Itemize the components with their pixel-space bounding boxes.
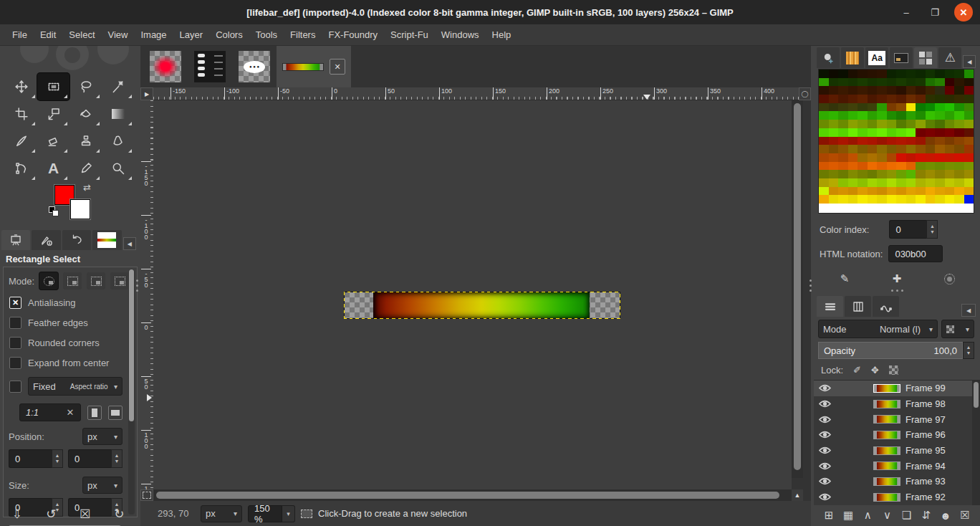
colormap-cell[interactable] (896, 162, 906, 171)
colormap-cell[interactable] (964, 120, 974, 128)
horizontal-scrollbar[interactable] (153, 489, 792, 501)
clear-icon[interactable]: ✕ (67, 407, 75, 418)
colormap-cell[interactable] (896, 95, 906, 103)
close-button[interactable]: ✕ (954, 3, 973, 21)
colormap-cell[interactable] (964, 111, 974, 120)
free-select-tool[interactable] (69, 73, 102, 100)
colormap-cell[interactable] (896, 170, 906, 178)
colormap-cell[interactable] (896, 187, 906, 196)
colormap-cell[interactable] (838, 103, 848, 112)
colormap-cell[interactable] (819, 153, 829, 162)
colormap-cell[interactable] (887, 170, 897, 178)
colormap-cell[interactable] (916, 170, 926, 178)
colormap-cell[interactable] (964, 95, 974, 103)
image-tab-sprite-sheet-image[interactable] (188, 46, 232, 87)
channels-tab[interactable] (845, 296, 871, 317)
colormap-cell[interactable] (916, 187, 926, 196)
colormap-cell[interactable] (954, 178, 964, 187)
vertical-scrollbar[interactable] (792, 100, 803, 478)
raise-layer-button[interactable]: ∧ (859, 507, 876, 524)
feather-edges-checkbox[interactable] (9, 317, 21, 329)
colormap-tab[interactable] (914, 47, 937, 68)
canvas[interactable] (153, 100, 792, 489)
colormap-cell[interactable] (887, 128, 897, 137)
colormap-cell[interactable] (868, 195, 878, 204)
colormap-cell[interactable] (926, 187, 936, 196)
colormap-cell[interactable] (877, 70, 887, 78)
colormap-cell[interactable] (829, 103, 839, 112)
paths-tool[interactable] (5, 155, 37, 182)
fixed-checkbox[interactable] (9, 381, 21, 393)
colormap-cell[interactable] (935, 103, 945, 112)
colormap-cell[interactable] (877, 153, 887, 162)
layer-row[interactable]: Frame 94 (814, 458, 980, 474)
colormap-cell[interactable] (935, 95, 945, 103)
colormap-cell[interactable] (935, 170, 945, 178)
colormap-cell[interactable] (838, 111, 848, 120)
colormap-cell[interactable] (829, 137, 839, 145)
colormap-cell[interactable] (868, 78, 878, 87)
colormap-cell[interactable] (964, 153, 974, 162)
colormap-cell[interactable] (935, 78, 945, 87)
collapse-right-dock-icon[interactable]: ◀ (963, 55, 976, 68)
colormap-cell[interactable] (906, 195, 916, 204)
colormap-cell[interactable] (868, 137, 878, 145)
colormap-cell[interactable] (916, 86, 926, 95)
menu-windows[interactable]: Windows (435, 27, 486, 43)
colormap-cell[interactable] (887, 111, 897, 120)
colormap-cell[interactable] (954, 170, 964, 178)
swap-colors-icon[interactable]: ⇄ (83, 182, 91, 193)
colormap-grid[interactable] (819, 70, 974, 204)
colormap-cell[interactable] (829, 120, 839, 128)
paintbrush-tool[interactable] (5, 128, 37, 155)
colormap-cell[interactable] (877, 195, 887, 204)
colormap-cell[interactable] (887, 187, 897, 196)
replace-mode-button[interactable] (39, 272, 58, 290)
visibility-eye-icon[interactable] (819, 446, 831, 454)
colormap-cell[interactable] (926, 95, 936, 103)
colormap-cell[interactable] (887, 78, 897, 87)
dock-resize-handle[interactable] (808, 279, 812, 292)
menu-select[interactable]: Select (62, 27, 101, 43)
position-y-field[interactable]: 0 ▲▼ (68, 449, 123, 468)
colormap-cell[interactable] (926, 111, 936, 120)
colormap-cell[interactable] (829, 111, 839, 120)
clone-tool[interactable] (69, 128, 102, 155)
navigation-button[interactable]: ▲ (792, 489, 803, 501)
intersect-mode-button[interactable] (110, 272, 129, 290)
colormap-cell[interactable] (954, 86, 964, 95)
size-unit-combo[interactable]: px ▾ (82, 477, 123, 494)
colormap-cell[interactable] (877, 187, 887, 196)
colormap-cell[interactable] (838, 145, 848, 153)
background-color-swatch[interactable] (70, 199, 90, 219)
colormap-cell[interactable] (858, 78, 868, 87)
menu-fx-foundry[interactable]: FX-Foundry (322, 27, 384, 43)
colormap-cell[interactable] (887, 120, 897, 128)
colormap-cell[interactable] (906, 95, 916, 103)
colormap-cell[interactable] (868, 111, 878, 120)
colormap-cell[interactable] (964, 70, 974, 78)
restore-tool-preset-button[interactable]: ↺ (42, 505, 60, 523)
colormap-cell[interactable] (858, 86, 868, 95)
horizontal-ruler[interactable]: -150-100-50050100150200250300350400 (153, 87, 799, 100)
colormap-cell[interactable] (906, 187, 916, 196)
colormap-cell[interactable] (906, 170, 916, 178)
colormap-cell[interactable] (868, 70, 878, 78)
collapse-layers-dock-icon[interactable]: ◀ (961, 304, 976, 317)
colormap-cell[interactable] (877, 86, 887, 95)
colormap-cell[interactable] (848, 128, 858, 137)
merge-down-button[interactable]: ⇵ (918, 507, 935, 524)
colormap-cell[interactable] (858, 178, 868, 187)
colormap-cell[interactable] (916, 78, 926, 87)
colormap-cell[interactable] (906, 153, 916, 162)
colormap-cell[interactable] (964, 145, 974, 153)
opacity-spinner[interactable]: ▲▼ (963, 342, 974, 359)
visibility-eye-icon[interactable] (819, 493, 831, 501)
layer-row[interactable]: Frame 98 (814, 396, 980, 412)
lock-position-icon[interactable]: ✥ (871, 365, 879, 376)
colormap-cell[interactable] (887, 137, 897, 145)
colormap-cell[interactable] (916, 145, 926, 153)
antialiasing-checkbox[interactable]: ✕ (9, 297, 21, 309)
colormap-cell[interactable] (896, 78, 906, 87)
colormap-cell[interactable] (935, 195, 945, 204)
